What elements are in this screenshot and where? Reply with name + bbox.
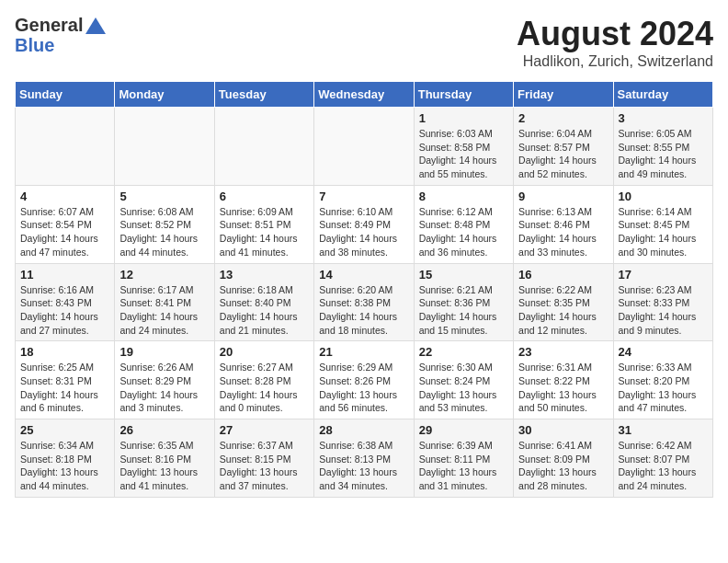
day-number: 29 bbox=[419, 423, 508, 437]
day-number: 5 bbox=[119, 190, 209, 203]
day-detail: Sunrise: 6:14 AM Sunset: 8:45 PM Dayligh… bbox=[619, 205, 708, 259]
day-number: 19 bbox=[119, 345, 209, 359]
day-number: 8 bbox=[419, 190, 508, 203]
day-number: 1 bbox=[419, 111, 508, 125]
day-of-week-header: Thursday bbox=[414, 82, 513, 108]
day-number: 15 bbox=[419, 268, 508, 282]
day-number: 23 bbox=[518, 345, 608, 359]
day-number: 13 bbox=[220, 268, 309, 282]
calendar-day-cell: 27Sunrise: 6:37 AM Sunset: 8:15 PM Dayli… bbox=[214, 419, 313, 498]
calendar-day-cell: 5Sunrise: 6:08 AM Sunset: 8:52 PM Daylig… bbox=[115, 185, 214, 263]
day-of-week-header: Saturday bbox=[613, 82, 712, 108]
header: General Blue August 2024 Hadlikon, Zuric… bbox=[15, 15, 713, 70]
calendar-day-cell: 3Sunrise: 6:05 AM Sunset: 8:55 PM Daylig… bbox=[613, 108, 712, 186]
day-detail: Sunrise: 6:12 AM Sunset: 8:48 PM Dayligh… bbox=[419, 205, 508, 259]
day-number: 11 bbox=[20, 268, 109, 282]
day-detail: Sunrise: 6:35 AM Sunset: 8:16 PM Dayligh… bbox=[119, 439, 209, 493]
day-detail: Sunrise: 6:37 AM Sunset: 8:15 PM Dayligh… bbox=[220, 439, 309, 493]
day-detail: Sunrise: 6:29 AM Sunset: 8:26 PM Dayligh… bbox=[319, 361, 408, 415]
calendar-day-cell: 13Sunrise: 6:18 AM Sunset: 8:40 PM Dayli… bbox=[214, 263, 313, 341]
day-number: 17 bbox=[619, 268, 708, 282]
day-detail: Sunrise: 6:41 AM Sunset: 8:09 PM Dayligh… bbox=[518, 439, 608, 493]
day-detail: Sunrise: 6:03 AM Sunset: 8:58 PM Dayligh… bbox=[419, 127, 508, 181]
day-detail: Sunrise: 6:05 AM Sunset: 8:55 PM Dayligh… bbox=[619, 127, 708, 181]
day-detail: Sunrise: 6:26 AM Sunset: 8:29 PM Dayligh… bbox=[119, 361, 209, 415]
day-of-week-header: Wednesday bbox=[314, 82, 414, 108]
logo: General Blue bbox=[15, 15, 106, 55]
calendar-day-cell: 28Sunrise: 6:38 AM Sunset: 8:13 PM Dayli… bbox=[314, 419, 414, 498]
calendar-day-cell: 31Sunrise: 6:42 AM Sunset: 8:07 PM Dayli… bbox=[613, 419, 712, 498]
day-detail: Sunrise: 6:08 AM Sunset: 8:52 PM Dayligh… bbox=[119, 205, 209, 259]
day-number: 7 bbox=[319, 190, 408, 203]
day-of-week-header: Monday bbox=[115, 82, 214, 108]
day-number: 6 bbox=[220, 190, 309, 203]
calendar-day-cell: 22Sunrise: 6:30 AM Sunset: 8:24 PM Dayli… bbox=[414, 341, 513, 419]
day-detail: Sunrise: 6:20 AM Sunset: 8:38 PM Dayligh… bbox=[319, 283, 408, 338]
calendar-day-cell: 19Sunrise: 6:26 AM Sunset: 8:29 PM Dayli… bbox=[115, 341, 214, 419]
day-number: 10 bbox=[619, 190, 708, 203]
day-detail: Sunrise: 6:21 AM Sunset: 8:36 PM Dayligh… bbox=[419, 283, 508, 338]
calendar-table: SundayMondayTuesdayWednesdayThursdayFrid… bbox=[15, 81, 713, 498]
day-number: 12 bbox=[119, 268, 209, 282]
calendar-day-cell: 4Sunrise: 6:07 AM Sunset: 8:54 PM Daylig… bbox=[16, 185, 115, 263]
day-number: 25 bbox=[20, 423, 109, 437]
calendar-day-cell: 18Sunrise: 6:25 AM Sunset: 8:31 PM Dayli… bbox=[16, 341, 115, 419]
calendar-day-cell: 23Sunrise: 6:31 AM Sunset: 8:22 PM Dayli… bbox=[514, 341, 613, 419]
calendar-day-cell: 10Sunrise: 6:14 AM Sunset: 8:45 PM Dayli… bbox=[613, 185, 712, 263]
logo-triangle-icon bbox=[85, 17, 106, 34]
day-detail: Sunrise: 6:25 AM Sunset: 8:31 PM Dayligh… bbox=[20, 361, 109, 415]
day-detail: Sunrise: 6:13 AM Sunset: 8:46 PM Dayligh… bbox=[518, 205, 608, 259]
calendar-day-cell: 20Sunrise: 6:27 AM Sunset: 8:28 PM Dayli… bbox=[214, 341, 313, 419]
calendar-day-cell: 26Sunrise: 6:35 AM Sunset: 8:16 PM Dayli… bbox=[115, 419, 214, 498]
day-number: 4 bbox=[20, 190, 109, 203]
day-number: 26 bbox=[119, 423, 209, 437]
calendar-day-cell: 15Sunrise: 6:21 AM Sunset: 8:36 PM Dayli… bbox=[414, 263, 513, 341]
calendar-day-cell: 12Sunrise: 6:17 AM Sunset: 8:41 PM Dayli… bbox=[115, 263, 214, 341]
day-detail: Sunrise: 6:07 AM Sunset: 8:54 PM Dayligh… bbox=[20, 205, 109, 259]
calendar-week-row: 1Sunrise: 6:03 AM Sunset: 8:58 PM Daylig… bbox=[16, 108, 713, 186]
calendar-day-cell: 30Sunrise: 6:41 AM Sunset: 8:09 PM Dayli… bbox=[514, 419, 613, 498]
day-of-week-header: Friday bbox=[514, 82, 613, 108]
main-title: August 2024 bbox=[517, 15, 713, 53]
calendar-day-cell: 14Sunrise: 6:20 AM Sunset: 8:38 PM Dayli… bbox=[314, 263, 414, 341]
day-detail: Sunrise: 6:18 AM Sunset: 8:40 PM Dayligh… bbox=[220, 283, 309, 338]
calendar-day-cell: 7Sunrise: 6:10 AM Sunset: 8:49 PM Daylig… bbox=[314, 185, 414, 263]
day-detail: Sunrise: 6:27 AM Sunset: 8:28 PM Dayligh… bbox=[220, 361, 309, 415]
day-number: 30 bbox=[518, 423, 608, 437]
day-number: 18 bbox=[20, 345, 109, 359]
day-number: 3 bbox=[619, 111, 708, 125]
day-detail: Sunrise: 6:23 AM Sunset: 8:33 PM Dayligh… bbox=[619, 283, 708, 338]
day-detail: Sunrise: 6:34 AM Sunset: 8:18 PM Dayligh… bbox=[20, 439, 109, 493]
day-detail: Sunrise: 6:09 AM Sunset: 8:51 PM Dayligh… bbox=[220, 205, 309, 259]
calendar-day-cell: 9Sunrise: 6:13 AM Sunset: 8:46 PM Daylig… bbox=[514, 185, 613, 263]
calendar-day-cell: 21Sunrise: 6:29 AM Sunset: 8:26 PM Dayli… bbox=[314, 341, 414, 419]
calendar-header-row: SundayMondayTuesdayWednesdayThursdayFrid… bbox=[16, 82, 713, 108]
calendar-day-cell bbox=[115, 108, 214, 186]
day-number: 28 bbox=[319, 423, 408, 437]
day-detail: Sunrise: 6:17 AM Sunset: 8:41 PM Dayligh… bbox=[119, 283, 209, 338]
day-detail: Sunrise: 6:10 AM Sunset: 8:49 PM Dayligh… bbox=[319, 205, 408, 259]
calendar-week-row: 4Sunrise: 6:07 AM Sunset: 8:54 PM Daylig… bbox=[16, 185, 713, 263]
logo-blue-text: Blue bbox=[15, 35, 106, 55]
svg-marker-0 bbox=[85, 17, 106, 34]
calendar-day-cell: 11Sunrise: 6:16 AM Sunset: 8:43 PM Dayli… bbox=[16, 263, 115, 341]
day-number: 24 bbox=[619, 345, 708, 359]
title-area: August 2024 Hadlikon, Zurich, Switzerlan… bbox=[517, 15, 713, 70]
calendar-day-cell bbox=[214, 108, 313, 186]
calendar-day-cell bbox=[16, 108, 115, 186]
logo-general-text: General bbox=[15, 15, 83, 35]
calendar-day-cell: 24Sunrise: 6:33 AM Sunset: 8:20 PM Dayli… bbox=[613, 341, 712, 419]
calendar-day-cell: 8Sunrise: 6:12 AM Sunset: 8:48 PM Daylig… bbox=[414, 185, 513, 263]
day-number: 21 bbox=[319, 345, 408, 359]
calendar-day-cell: 2Sunrise: 6:04 AM Sunset: 8:57 PM Daylig… bbox=[514, 108, 613, 186]
day-of-week-header: Tuesday bbox=[214, 82, 313, 108]
day-detail: Sunrise: 6:39 AM Sunset: 8:11 PM Dayligh… bbox=[419, 439, 508, 493]
calendar-body: 1Sunrise: 6:03 AM Sunset: 8:58 PM Daylig… bbox=[16, 108, 713, 498]
day-number: 9 bbox=[518, 190, 608, 203]
day-detail: Sunrise: 6:04 AM Sunset: 8:57 PM Dayligh… bbox=[518, 127, 608, 181]
day-detail: Sunrise: 6:31 AM Sunset: 8:22 PM Dayligh… bbox=[518, 361, 608, 415]
calendar-day-cell: 1Sunrise: 6:03 AM Sunset: 8:58 PM Daylig… bbox=[414, 108, 513, 186]
calendar-day-cell: 6Sunrise: 6:09 AM Sunset: 8:51 PM Daylig… bbox=[214, 185, 313, 263]
day-number: 14 bbox=[319, 268, 408, 282]
day-detail: Sunrise: 6:22 AM Sunset: 8:35 PM Dayligh… bbox=[518, 283, 608, 338]
